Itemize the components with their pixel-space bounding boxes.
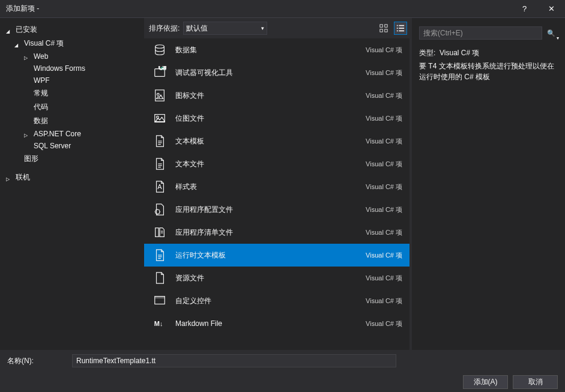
svg-text:A: A: [157, 183, 162, 190]
template-name: 应用程序配置文件: [175, 205, 366, 215]
template-item[interactable]: 数据集Visual C# 项: [144, 38, 409, 61]
style-icon: A: [151, 178, 168, 195]
template-lang: Visual C# 项: [366, 274, 402, 283]
template-item[interactable]: 文本文件Visual C# 项: [144, 152, 409, 175]
tree-sqlserver[interactable]: SQL Server: [0, 140, 144, 152]
doc-icon: [151, 155, 168, 172]
template-item[interactable]: 资源文件Visual C# 项: [144, 267, 409, 289]
category-tree: 已安装 Visual C# 项 Web Windows Forms WPF 常规…: [0, 18, 144, 350]
template-name: 调试器可视化工具: [175, 68, 366, 78]
template-name: 运行时文本模板: [175, 250, 366, 261]
detail-type: 类型: Visual C# 项: [419, 48, 558, 58]
template-lang: Visual C# 项: [366, 114, 402, 123]
template-name: 图标文件: [175, 91, 366, 101]
svg-rect-2: [380, 29, 382, 32]
template-lang: Visual C# 项: [366, 228, 402, 237]
tree-installed[interactable]: 已安装: [0, 23, 144, 37]
svg-rect-3: [385, 29, 387, 32]
close-button[interactable]: ✕: [538, 0, 565, 18]
template-lang: Visual C# 项: [366, 251, 402, 260]
template-lang: Visual C# 项: [366, 182, 402, 191]
svg-rect-14: [156, 90, 165, 101]
template-name: 文本文件: [175, 159, 366, 169]
template-name: 数据集: [175, 45, 366, 55]
help-button[interactable]: ?: [511, 0, 538, 18]
svg-text:C#: C#: [159, 66, 166, 71]
template-item[interactable]: C#调试器可视化工具Visual C# 项: [144, 61, 409, 84]
template-name: 文本模板: [175, 136, 366, 146]
template-lang: Visual C# 项: [366, 68, 402, 77]
manifest-icon: [151, 224, 168, 241]
template-item[interactable]: A样式表Visual C# 项: [144, 175, 409, 198]
control-icon: [151, 292, 168, 309]
template-lang: Visual C# 项: [366, 91, 402, 100]
tree-code[interactable]: 代码: [0, 100, 144, 114]
svg-point-17: [157, 116, 159, 118]
template-lang: Visual C# 项: [366, 205, 402, 214]
template-item[interactable]: 应用程序配置文件Visual C# 项: [144, 198, 409, 221]
template-lang: Visual C# 项: [366, 137, 402, 146]
template-name: Markdown File: [175, 319, 366, 328]
template-item[interactable]: 应用程序清单文件Visual C# 项: [144, 221, 409, 244]
template-item[interactable]: 图标文件Visual C# 项: [144, 84, 409, 107]
template-item[interactable]: M↓Markdown FileVisual C# 项: [144, 312, 409, 335]
markdown-icon: M↓: [151, 315, 168, 332]
titlebar: 添加新项 - ? ✕: [0, 0, 565, 18]
doc-icon: [151, 247, 168, 264]
view-medium-icons-button[interactable]: [377, 22, 390, 35]
sort-bar: 排序依据: 默认值: [144, 18, 412, 38]
template-name: 样式表: [175, 182, 366, 192]
template-item[interactable]: 文本模板Visual C# 项: [144, 130, 409, 152]
dataset-icon: [151, 41, 168, 58]
tree-online[interactable]: 联机: [0, 170, 144, 184]
tree-web[interactable]: Web: [0, 50, 144, 62]
sort-label: 排序依据:: [149, 23, 180, 34]
tree-general[interactable]: 常规: [0, 86, 144, 100]
template-item[interactable]: 自定义控件Visual C# 项: [144, 289, 409, 312]
template-name: 应用程序清单文件: [175, 228, 366, 238]
tree-winforms[interactable]: Windows Forms: [0, 62, 144, 74]
add-button[interactable]: 添加(A): [463, 375, 508, 389]
tree-csharp[interactable]: Visual C# 项: [0, 37, 144, 50]
template-item[interactable]: 位图文件Visual C# 项: [144, 107, 409, 130]
config-icon: [151, 201, 168, 218]
template-lang: Visual C# 项: [366, 160, 402, 169]
template-lang: Visual C# 项: [366, 319, 402, 328]
tree-graphics[interactable]: 图形: [0, 152, 144, 166]
template-lang: Visual C# 项: [366, 46, 402, 55]
tree-data[interactable]: 数据: [0, 114, 144, 128]
svg-rect-26: [156, 228, 159, 237]
template-name: 资源文件: [175, 273, 366, 283]
resource-icon: [151, 270, 168, 286]
svg-point-10: [156, 45, 165, 49]
svg-rect-0: [380, 25, 382, 27]
template-lang: Visual C# 项: [366, 297, 402, 306]
name-label: 名称(N):: [7, 356, 67, 366]
view-small-icons-button[interactable]: [394, 22, 407, 35]
svg-rect-1: [385, 25, 387, 27]
iconfile-icon: [151, 87, 168, 104]
sort-dropdown[interactable]: 默认值: [183, 22, 267, 35]
svg-rect-33: [155, 297, 165, 299]
svg-text:M↓: M↓: [154, 320, 163, 327]
template-name: 自定义控件: [175, 296, 366, 306]
tree-wpf[interactable]: WPF: [0, 74, 144, 86]
svg-point-15: [157, 93, 159, 95]
search-input[interactable]: [419, 26, 542, 40]
search-icon[interactable]: ▾: [545, 26, 558, 40]
bitmap-icon: [151, 110, 168, 127]
cancel-button[interactable]: 取消: [513, 375, 558, 389]
tree-aspnet[interactable]: ASP.NET Core: [0, 128, 144, 140]
template-item[interactable]: 运行时文本模板Visual C# 项: [144, 244, 409, 267]
debugvis-icon: C#: [151, 64, 168, 81]
detail-description: 要 T4 文本模板转换系统进行预处理以便在运行时使用的 C# 模板: [419, 61, 558, 82]
window-title: 添加新项 -: [6, 4, 511, 14]
template-name: 位图文件: [175, 113, 366, 124]
name-input[interactable]: [72, 354, 396, 367]
doc-icon: [151, 133, 168, 149]
template-list[interactable]: 数据集Visual C# 项C#调试器可视化工具Visual C# 项图标文件V…: [144, 38, 409, 350]
